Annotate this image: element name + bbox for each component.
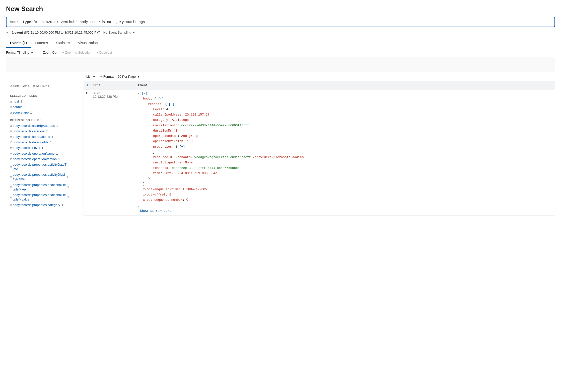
- field-activitydatetime: a body.records.properties.activityDateTi…: [10, 162, 80, 171]
- table-header: i Time Event: [84, 81, 555, 89]
- result-check-icon: ✓: [6, 31, 9, 34]
- col-event-header: Event: [136, 83, 555, 87]
- per-page-button[interactable]: 50 Per Page ▼: [118, 75, 140, 78]
- field-propscategory-link[interactable]: body.records.properties.category: [13, 203, 60, 207]
- field-addldetailsvalue: a body.records.properties.additionalDeta…: [10, 193, 80, 202]
- sidebar-controls: < Hide Fields ≡ All Fields: [10, 84, 80, 90]
- json-line-3: Level: 4: [138, 107, 553, 112]
- json-line-4: callerIpAddress: 20.190.157.27: [138, 112, 553, 118]
- interesting-fields-title: INTERESTING FIELDS: [10, 119, 80, 122]
- field-callerip-link[interactable]: body.records.callerIpAddress: [13, 124, 55, 128]
- main-content: < Hide Fields ≡ All Fields SELECTED FIEL…: [6, 81, 555, 216]
- col-i-header: i: [84, 83, 91, 87]
- toolbar: List ▼ ✏ Format 50 Per Page ▼: [6, 72, 555, 81]
- field-propscategory: a body.records.properties.category 1: [10, 203, 80, 207]
- list-button[interactable]: List ▼: [86, 75, 96, 78]
- page-title: New Search: [6, 5, 555, 13]
- field-addldetailsvalue-link[interactable]: body.records.properties.additionalDetail…: [13, 193, 66, 202]
- field-activitydisplayname: a body.records.properties.activityDispla…: [10, 172, 80, 181]
- event-time: 8/3/21 10:13:29.838 PM: [91, 91, 136, 99]
- sidebar: < Hide Fields ≡ All Fields SELECTED FIEL…: [6, 81, 84, 216]
- json-line-0: { [-]: [138, 91, 553, 96]
- selected-fields-title: SELECTED FIELDS: [10, 94, 80, 97]
- event-body: { [-] body: { [-] records: { [-] Level: …: [136, 91, 555, 214]
- field-category-link[interactable]: body.records.category: [13, 129, 45, 134]
- result-count: 1 event (8/2/21 10:00:00.000 PM to 8/3/2…: [12, 31, 100, 34]
- field-opname-link[interactable]: body.records.operationName: [13, 151, 55, 156]
- field-opversion-link[interactable]: body.records.operationVersion: [13, 157, 57, 161]
- json-line-2: records: { [-]: [138, 102, 553, 107]
- deselect-button[interactable]: × Deselect: [96, 51, 112, 54]
- tab-patterns[interactable]: Patterns: [31, 38, 52, 48]
- json-line-14: tenantId: ddddeeee-3333-ffff-4444-aaaa55…: [138, 166, 553, 171]
- timeline-area: [6, 57, 555, 72]
- json-line-12: resourceId: /tenants/ woodgrovegroceries…: [138, 155, 553, 160]
- field-addldetailskey-link[interactable]: body.records.properties.additionalDetail…: [13, 183, 66, 192]
- json-line-21: }: [138, 203, 553, 208]
- field-opversion: # body.records.operationVersion 1: [10, 157, 80, 161]
- json-line-18: x-opt-enqueued-time: 1628047129005: [138, 187, 553, 192]
- tab-events[interactable]: Events (1): [6, 38, 31, 48]
- json-line-11: }: [138, 150, 553, 155]
- field-correlationid-link[interactable]: body.records.correlationId: [13, 135, 50, 139]
- json-line-1: body: { [-]: [138, 96, 553, 102]
- result-summary: ✓ 1 event (8/2/21 10:00:00.000 PM to 8/3…: [6, 31, 555, 34]
- field-addldetailskey: a body.records.properties.additionalDeta…: [10, 183, 80, 192]
- zoom-out-button[interactable]: — Zoom Out: [39, 51, 57, 54]
- all-fields-button[interactable]: ≡ All Fields: [33, 84, 49, 88]
- sampling-dropdown[interactable]: No Event Sampling ▼: [103, 31, 135, 34]
- zoom-selection-button[interactable]: + Zoom to Selection: [62, 51, 92, 54]
- tabs-container: Events (1) Patterns Statistics Visualiza…: [6, 38, 555, 48]
- json-line-6: correlationId: cccc2222-dd33-4444-55ee-6…: [138, 123, 553, 128]
- json-line-13: resultSignature: None: [138, 160, 553, 165]
- timeline-controls: Format Timeline ▼ — Zoom Out + Zoom to S…: [6, 48, 555, 57]
- field-activitydatetime-link[interactable]: body.records.properties.activityDateTime: [13, 162, 66, 171]
- field-callerip: a body.records.callerIpAddress 1: [10, 124, 80, 128]
- json-line-19: x-opt-offset: 0: [138, 192, 553, 198]
- json-line-8: operationName: Add group: [138, 134, 553, 139]
- field-sourcetype-link[interactable]: sourcetype: [13, 110, 29, 115]
- json-line-7: durationMs: 0: [138, 128, 553, 134]
- field-opname: a body.records.operationName 1: [10, 151, 80, 156]
- search-input[interactable]: [10, 20, 551, 24]
- format-button[interactable]: ✏ Format: [100, 75, 114, 78]
- tab-statistics[interactable]: Statistics: [52, 38, 74, 48]
- json-line-17: }: [138, 181, 553, 187]
- field-activitydisplayname-link[interactable]: body.records.properties.activityDisplayN…: [13, 172, 65, 181]
- show-raw-text[interactable]: Show as raw text: [138, 208, 553, 214]
- hide-fields-button[interactable]: < Hide Fields: [10, 84, 29, 88]
- field-host: a host 1: [10, 99, 80, 104]
- tab-visualization[interactable]: Visualization: [74, 38, 102, 48]
- results-table: i Time Event ▶ 8/3/21 10:13:29.838 PM { …: [84, 81, 555, 216]
- search-bar-wrapper: [6, 17, 555, 27]
- field-sourcetype: a sourcetype 1: [10, 110, 80, 115]
- json-line-16: }: [138, 176, 553, 181]
- json-line-20: x-opt-sequence-number: 0: [138, 198, 553, 203]
- field-source: a source 1: [10, 105, 80, 109]
- field-source-link[interactable]: source: [13, 105, 23, 109]
- field-level-link[interactable]: body.records.Level: [13, 146, 40, 150]
- expand-button[interactable]: ▶: [84, 91, 91, 94]
- col-time-header: Time: [91, 83, 136, 87]
- field-host-link[interactable]: host: [13, 99, 19, 104]
- page-container: New Search ✓ 1 event (8/2/21 10:00:00.00…: [0, 0, 561, 221]
- field-level: # body.records.Level 1: [10, 146, 80, 150]
- field-category: a body.records.category 1: [10, 129, 80, 134]
- json-line-15: time: 2021-08-04T03:13:29.8383564Z: [138, 171, 553, 176]
- field-durationms: # body.records.durationMs 1: [10, 140, 80, 145]
- json-line-10: properties: { [+]: [138, 144, 553, 150]
- field-correlationid: a body.records.correlationId 1: [10, 135, 80, 139]
- json-line-9: operationVersion: 1.0: [138, 139, 553, 144]
- format-timeline-button[interactable]: Format Timeline ▼: [6, 51, 34, 54]
- field-durationms-link[interactable]: body.records.durationMs: [13, 140, 48, 145]
- event-row: ▶ 8/3/21 10:13:29.838 PM { [-] body: { […: [84, 89, 555, 216]
- json-line-5: category: AuditLogs: [138, 118, 553, 123]
